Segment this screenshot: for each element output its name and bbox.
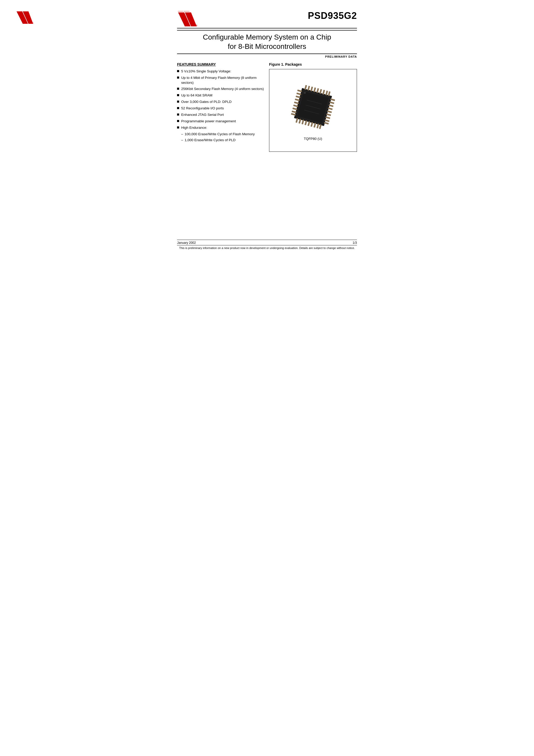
sub-bullet-icon: – bbox=[181, 138, 183, 143]
svg-rect-51 bbox=[325, 120, 330, 122]
preliminary-label: PRELIMINARY DATA bbox=[177, 55, 357, 58]
bullet-icon bbox=[177, 107, 179, 109]
sub-feature-text: 1,000 Erase/Write Cycles of PLD bbox=[185, 138, 235, 143]
svg-text:®: ® bbox=[196, 24, 198, 27]
svg-rect-39 bbox=[294, 102, 299, 104]
svg-rect-23 bbox=[322, 90, 325, 95]
svg-rect-42 bbox=[292, 111, 297, 113]
feature-text: Enhanced JTAG Serial Port bbox=[181, 113, 224, 117]
figure-section: Figure 1. Packages bbox=[269, 62, 357, 152]
bullet-icon bbox=[177, 120, 179, 122]
footer: January 2002 1/3 bbox=[177, 240, 357, 245]
svg-rect-35 bbox=[297, 90, 302, 92]
svg-rect-25 bbox=[328, 91, 330, 96]
svg-rect-26 bbox=[295, 118, 298, 123]
subtitle-line2: for 8-Bit Microcontrollers bbox=[177, 42, 357, 51]
product-title: PSD935G2 bbox=[198, 10, 357, 21]
footer-date: January 2002 bbox=[177, 241, 196, 245]
list-item: 5 V±10% Single Supply Voltage: bbox=[177, 69, 264, 74]
feature-text: Programmable power management bbox=[181, 119, 236, 124]
feature-list: 5 V±10% Single Supply Voltage: Up to 4 M… bbox=[177, 69, 264, 130]
subtitle-area: Configurable Memory System on a Chip for… bbox=[177, 30, 357, 54]
list-item: Programmable power management bbox=[177, 119, 264, 124]
svg-rect-48 bbox=[327, 110, 332, 113]
sub-feature-list: – 100,000 Erase/Write Cycles of Flash Me… bbox=[181, 132, 264, 143]
list-item: Over 3,000 Gates of PLD: DPLD bbox=[177, 99, 264, 104]
svg-rect-33 bbox=[316, 123, 319, 128]
footer-note: This is preliminary information on a new… bbox=[177, 245, 357, 250]
svg-rect-37 bbox=[296, 96, 301, 98]
svg-rect-44 bbox=[330, 98, 335, 101]
list-item: High Endurance: bbox=[177, 125, 264, 130]
bullet-icon bbox=[177, 70, 179, 72]
svg-rect-43 bbox=[291, 113, 296, 116]
list-item: Up to 4 Mbit of Primary Flash Memory (8 … bbox=[177, 75, 264, 85]
features-title: FEATURES SUMMARY bbox=[177, 62, 264, 67]
page-header: ® ® PSD935G2 bbox=[177, 10, 357, 28]
package-box: TQFP80 (U) bbox=[269, 69, 357, 152]
st-logo-final: ® bbox=[177, 12, 198, 27]
package-label: TQFP80 (U) bbox=[304, 137, 322, 141]
svg-rect-40 bbox=[293, 105, 298, 107]
list-item: Enhanced JTAG Serial Port bbox=[177, 113, 264, 117]
footer-page: 1/3 bbox=[353, 241, 357, 245]
svg-rect-36 bbox=[297, 93, 301, 95]
list-item: – 1,000 Erase/Write Cycles of PLD bbox=[181, 138, 264, 143]
feature-text: Over 3,000 Gates of PLD: DPLD bbox=[181, 99, 231, 104]
feature-text: Up to 4 Mbit of Primary Flash Memory (8 … bbox=[181, 75, 264, 85]
bullet-icon bbox=[177, 88, 179, 90]
svg-rect-41 bbox=[292, 108, 297, 110]
list-item: – 100,000 Erase/Write Cycles of Flash Me… bbox=[181, 132, 264, 137]
svg-rect-22 bbox=[319, 89, 322, 94]
svg-rect-24 bbox=[325, 91, 328, 96]
list-item: 52 Reconfigurable I/O ports bbox=[177, 106, 264, 111]
svg-rect-46 bbox=[329, 104, 334, 107]
bullet-icon bbox=[177, 76, 179, 79]
svg-rect-49 bbox=[326, 114, 331, 116]
svg-rect-32 bbox=[313, 123, 316, 128]
features-section: FEATURES SUMMARY 5 V±10% Single Supply V… bbox=[177, 62, 264, 152]
chip-illustration bbox=[286, 80, 340, 134]
footer-spacer bbox=[177, 152, 357, 229]
bullet-icon bbox=[177, 126, 179, 128]
svg-rect-28 bbox=[301, 120, 304, 124]
sub-feature-text: 100,000 Erase/Write Cycles of Flash Memo… bbox=[185, 132, 254, 137]
list-item: Up to 64 Kbit SRAM bbox=[177, 93, 264, 98]
figure-title: Figure 1. Packages bbox=[269, 62, 357, 67]
feature-text: 256Kbit Secondary Flash Memory (4 unifor… bbox=[181, 87, 264, 92]
svg-rect-47 bbox=[328, 108, 333, 110]
bullet-icon bbox=[177, 94, 179, 96]
subtitle-line1: Configurable Memory System on a Chip bbox=[177, 33, 357, 42]
feature-text: Up to 64 Kbit SRAM bbox=[181, 93, 212, 98]
title-area: PSD935G2 bbox=[198, 10, 357, 21]
svg-rect-31 bbox=[310, 122, 313, 127]
svg-rect-20 bbox=[313, 87, 316, 92]
svg-rect-34 bbox=[319, 124, 322, 129]
svg-rect-52 bbox=[324, 122, 329, 124]
sub-bullet-icon: – bbox=[181, 132, 183, 137]
feature-text: 5 V±10% Single Supply Voltage: bbox=[181, 69, 231, 74]
main-content: FEATURES SUMMARY 5 V±10% Single Supply V… bbox=[177, 62, 357, 152]
bullet-icon bbox=[177, 100, 179, 103]
svg-rect-18 bbox=[307, 86, 310, 91]
bullet-icon bbox=[177, 114, 179, 116]
svg-rect-50 bbox=[325, 116, 330, 119]
svg-rect-45 bbox=[329, 101, 334, 104]
feature-text: High Endurance: bbox=[181, 125, 207, 130]
svg-rect-30 bbox=[307, 121, 310, 126]
svg-rect-17 bbox=[304, 85, 307, 90]
svg-rect-21 bbox=[316, 88, 319, 93]
svg-rect-27 bbox=[299, 119, 301, 124]
svg-rect-19 bbox=[310, 87, 313, 92]
list-item: 256Kbit Secondary Flash Memory (4 unifor… bbox=[177, 87, 264, 92]
feature-text: 52 Reconfigurable I/O ports bbox=[181, 106, 224, 111]
svg-rect-38 bbox=[295, 98, 300, 101]
svg-rect-29 bbox=[305, 121, 307, 125]
